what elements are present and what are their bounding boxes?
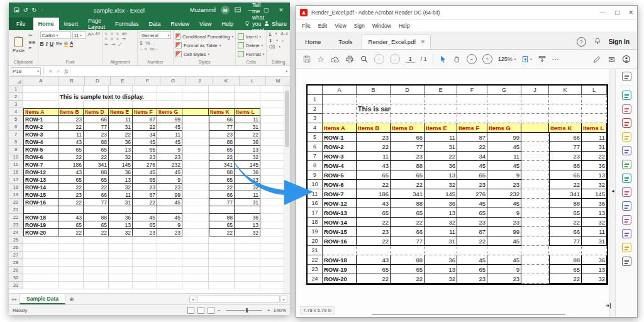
cell-K22[interactable]: 88 [209, 214, 235, 221]
cell-M17[interactable] [260, 176, 284, 184]
cell-B25[interactable] [58, 236, 84, 244]
tab-tools[interactable]: Tools [330, 35, 361, 49]
cell-D31[interactable] [84, 282, 109, 289]
cell-E24[interactable]: 32 [109, 229, 133, 236]
cell-K2[interactable] [209, 93, 235, 101]
cell-F29[interactable] [133, 267, 157, 274]
cell-A20[interactable]: ROW-16 [23, 199, 58, 206]
cell-M7[interactable] [260, 131, 284, 138]
cell-L29[interactable] [235, 267, 260, 274]
cell-K4[interactable]: Items K [209, 108, 235, 116]
cell-B7[interactable]: 11 [58, 131, 84, 138]
cell-A21[interactable] [23, 206, 58, 214]
cell-K3[interactable] [209, 101, 235, 108]
cell-B29[interactable] [58, 267, 84, 274]
cell-E31[interactable] [109, 282, 133, 289]
cell-B9[interactable]: 65 [58, 146, 84, 153]
cell-G11[interactable]: 232 [157, 161, 182, 169]
cell-B5[interactable]: 23 [58, 116, 84, 123]
zoom-slider[interactable] [226, 310, 262, 311]
cell-J4[interactable] [182, 108, 209, 116]
cell-F19[interactable]: 87 [133, 191, 157, 199]
cell-B6[interactable]: 22 [58, 123, 84, 131]
fill-sign-pen-icon[interactable] [592, 55, 601, 64]
page-break-view-icon[interactable] [208, 307, 214, 314]
bold-button[interactable]: B [40, 41, 44, 47]
cell-L26[interactable] [235, 244, 260, 252]
cell-B10[interactable]: 22 [58, 153, 84, 161]
font-name-select[interactable]: Calibri▾ [40, 31, 71, 39]
cell-M9[interactable] [260, 146, 284, 153]
cell-J8[interactable] [182, 138, 209, 146]
align-right-icon[interactable]: ≡ [116, 36, 119, 42]
email-icon[interactable]: ✉ [608, 55, 615, 64]
cell-L27[interactable] [235, 252, 260, 259]
cell-G10[interactable]: 23 [157, 153, 182, 161]
zoom-out-icon[interactable]: − [218, 308, 221, 313]
cell-K27[interactable] [209, 252, 235, 259]
cell-J16[interactable] [182, 169, 209, 176]
edit-pdf-icon[interactable] [622, 104, 631, 114]
fit-one-page-icon[interactable]: ▾ [521, 55, 532, 64]
row-header-31[interactable]: 31 [9, 282, 23, 289]
cell-F16[interactable]: 45 [133, 169, 157, 176]
align-left-icon[interactable]: ≡ [105, 36, 108, 42]
cell-L4[interactable]: Items L [235, 108, 260, 116]
cell-M24[interactable] [260, 229, 284, 236]
cell-J11[interactable] [182, 161, 209, 169]
print-icon[interactable] [345, 55, 354, 64]
align-center-icon[interactable]: ≡ [111, 36, 113, 42]
cell-M30[interactable] [260, 274, 284, 282]
cell-M3[interactable] [260, 101, 284, 108]
cell-M18[interactable] [260, 184, 284, 191]
cell-G16[interactable]: 45 [157, 169, 182, 176]
cell-D17[interactable]: 65 [84, 176, 109, 184]
menu-view[interactable]: View [331, 21, 349, 30]
accounting-format-icon[interactable]: $ [140, 40, 142, 46]
cell-J17[interactable] [182, 176, 209, 184]
cell-B4[interactable]: Items B [58, 108, 84, 116]
cell-K19[interactable]: 66 [209, 191, 235, 199]
cell-L1[interactable] [235, 86, 260, 93]
cell-F31[interactable] [133, 282, 157, 289]
cell-L7[interactable]: 22 [235, 131, 260, 138]
row-header-7[interactable]: 7 [9, 131, 23, 138]
cell-K7[interactable]: 23 [209, 131, 235, 138]
row-header-18[interactable]: 18 [9, 184, 23, 191]
cell-F5[interactable]: 87 [133, 116, 157, 123]
cell-D27[interactable] [84, 252, 109, 259]
cell-J28[interactable] [182, 259, 209, 267]
cell-J5[interactable] [182, 116, 209, 123]
cell-M29[interactable] [260, 267, 284, 274]
cell-G17[interactable]: 9 [157, 176, 182, 184]
menu-help[interactable]: Help [396, 21, 413, 30]
name-box[interactable]: P18▾ [11, 67, 41, 75]
hscroll-left-icon[interactable]: ◂ [189, 296, 196, 303]
cell-B21[interactable] [58, 206, 84, 214]
cell-M20[interactable] [260, 199, 284, 206]
cell-F26[interactable] [133, 244, 157, 252]
tell-me-box[interactable]: Tell me what you want to do [245, 2, 264, 46]
fill-color-icon[interactable]: ◍ [64, 41, 68, 47]
cell-E19[interactable]: 11 [109, 191, 133, 199]
cell-B24[interactable]: 22 [58, 229, 84, 236]
request-signatures-icon[interactable] [622, 243, 631, 252]
cell-G31[interactable] [157, 282, 182, 289]
align-top-icon[interactable]: ≡ [105, 31, 108, 36]
row-header-1[interactable]: 1 [9, 86, 23, 93]
cell-L24[interactable]: 32 [235, 229, 260, 236]
find-select-icon[interactable]: ⌕ [282, 38, 284, 43]
favorites-star-icon[interactable]: ☆ [317, 55, 325, 64]
cell-B3[interactable] [58, 101, 84, 108]
cell-F22[interactable]: 45 [133, 214, 157, 221]
cell-D22[interactable]: 88 [84, 214, 109, 221]
cell-G30[interactable] [157, 274, 182, 282]
add-sheet-icon[interactable]: ⊕ [69, 296, 74, 303]
cell-K25[interactable] [209, 236, 235, 244]
select-tool-icon[interactable] [439, 55, 447, 64]
row-header-8[interactable]: 8 [9, 138, 23, 146]
cell-L17[interactable]: 13 [235, 176, 260, 184]
cell-M23[interactable] [260, 221, 284, 229]
cell-K20[interactable]: 77 [209, 199, 235, 206]
cell-G4[interactable]: Items G [157, 108, 182, 116]
